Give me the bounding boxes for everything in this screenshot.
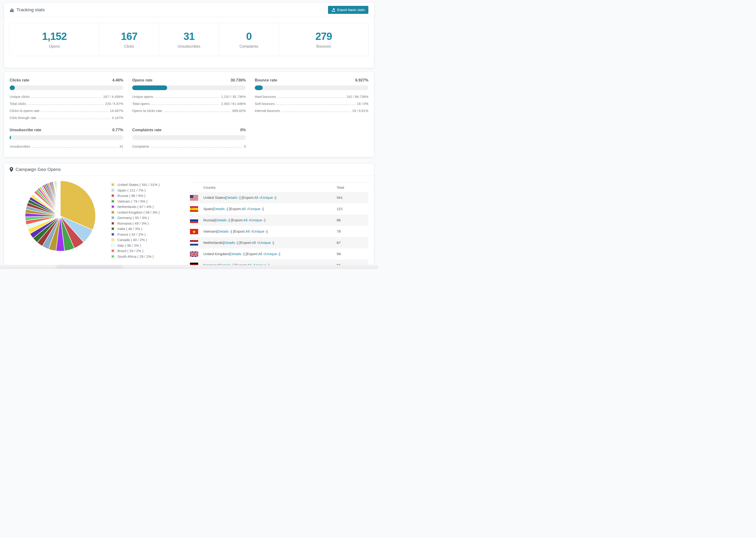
stat-value: 1,152 — [42, 30, 67, 42]
export-all-link[interactable]: All › — [252, 241, 258, 245]
dotted-leader — [155, 97, 220, 98]
geo-content: United States ( 541 / 31% )Spain ( 121 /… — [4, 176, 374, 265]
legend-swatch — [111, 227, 115, 231]
details-link[interactable]: Details › — [218, 229, 231, 234]
rates-card: Clicks rate4.46%Unique clicks167 / 4.456… — [4, 72, 374, 157]
export-all-link[interactable]: All › — [243, 218, 250, 222]
legend-item[interactable]: Italy ( 36 / 2% ) — [111, 243, 183, 247]
total-value: 55 — [337, 263, 368, 265]
legend-item[interactable]: Germany ( 55 / 3% ) — [111, 216, 183, 220]
legend-label: Netherlands ( 67 / 4% ) — [117, 205, 153, 209]
rate-title-row: Complaints rate0% — [132, 128, 246, 132]
legend-label: Canada ( 40 / 2% ) — [117, 238, 147, 242]
country-cell: Vietnam [Details ›] [Export: All › / Uni… — [190, 229, 337, 234]
detail-row: Unique clicks167 / 4.456% — [10, 95, 123, 99]
stat-value: 279 — [315, 30, 332, 42]
dotted-leader — [151, 104, 219, 105]
legend-item[interactable]: France ( 42 / 2% ) — [111, 232, 183, 237]
legend-item[interactable]: Spain ( 121 / 7% ) — [111, 188, 183, 192]
stat-cell-opens: 1,152Opens — [10, 23, 99, 56]
total-value: 79 — [337, 229, 368, 234]
legend-item[interactable]: Netherlands ( 67 / 4% ) — [111, 205, 183, 209]
details-link[interactable]: Details › — [226, 195, 240, 200]
legend-item[interactable]: Brazil ( 33 / 2% ) — [111, 249, 183, 253]
export-all-link[interactable]: All › — [247, 263, 253, 265]
pie-slice[interactable] — [60, 181, 60, 216]
export-unique-link[interactable]: Unique › — [259, 241, 273, 245]
country-name: Russia — [203, 218, 214, 222]
table-row-ru: Russia [Details ›] [Export: All › / Uniq… — [190, 215, 368, 226]
stat-label: Opens — [49, 44, 60, 49]
bracket: ] [ — [233, 263, 236, 265]
legend-item[interactable]: United States ( 541 / 31% ) — [111, 183, 183, 187]
rate-detail-rows: Complaints0 — [132, 144, 246, 148]
legend-label: South Africa ( 29 / 2% ) — [117, 254, 153, 258]
legend-swatch — [111, 238, 115, 242]
export-prefix: Export: — [241, 241, 252, 245]
page-title: Tracking stats — [17, 7, 45, 13]
geo-pie-chart[interactable] — [10, 178, 111, 265]
dotted-leader — [41, 112, 108, 112]
export-basic-stats-button[interactable]: Export basic stats — [328, 6, 368, 14]
export-unique-link[interactable]: Unique › — [266, 252, 279, 256]
stat-label: Unsubscribes — [178, 44, 200, 49]
legend-item[interactable]: India ( 46 / 3% ) — [111, 227, 183, 231]
legend-swatch — [111, 216, 115, 219]
progress-bar — [255, 85, 368, 90]
total-value: 541 — [337, 195, 368, 200]
rate-title: Bounce rate — [255, 78, 277, 82]
rate-title-row: Clicks rate4.46% — [10, 78, 123, 82]
tracking-stats-card: Tracking stats Export basic stats 1,152O… — [4, 2, 374, 68]
legend-swatch — [111, 249, 115, 252]
export-prefix: Export: — [236, 263, 247, 265]
legend-label: Brazil ( 33 / 2% ) — [117, 249, 143, 253]
export-unique-link[interactable]: Unique › — [249, 207, 263, 211]
stat-cell-bounces: 279Bounces — [279, 23, 368, 56]
rate-title: Complaints rate — [132, 128, 162, 132]
legend-swatch — [111, 205, 115, 208]
export-all-link[interactable]: All › — [254, 195, 260, 200]
dotted-leader — [164, 112, 231, 112]
stats-summary-box: 1,152Opens167Clicks31Unsubscribes0Compla… — [9, 23, 369, 56]
rate-title-row: Unsubscribe rate0.77% — [10, 128, 123, 132]
geo-opens-table: CountryTotalUnited States [Details ›] [E… — [190, 178, 368, 265]
legend-item[interactable]: South Africa ( 29 / 2% ) — [111, 254, 183, 258]
details-link[interactable]: Details › — [219, 263, 233, 265]
export-all-link[interactable]: All › — [245, 229, 252, 234]
bracket: ] [ — [237, 241, 241, 245]
tracking-stats-page: Tracking stats Export basic stats 1,152O… — [0, 0, 378, 269]
export-unique-link[interactable]: Unique › — [253, 229, 267, 234]
legend-label: Spain ( 121 / 7% ) — [117, 188, 145, 192]
export-prefix: Export: — [243, 195, 254, 200]
legend-item[interactable]: Vietnam ( 79 / 5% ) — [111, 199, 183, 203]
table-row-gb: United Kingdom [Details ›] [Export: All … — [190, 248, 368, 260]
legend-item[interactable]: United Kingdom ( 59 / 3% ) — [111, 210, 183, 214]
detail-label: Click through rate — [10, 116, 36, 120]
details-link[interactable]: Details › — [214, 207, 227, 211]
export-unique-link[interactable]: Unique › — [254, 263, 268, 265]
progress-fill — [10, 85, 15, 90]
stat-cell-clicks: 167Clicks — [99, 23, 159, 56]
export-unique-link[interactable]: Unique › — [261, 195, 275, 200]
export-all-link[interactable]: All › — [258, 252, 265, 256]
table-row-nl: Netherlands [Details ›] [Export: All › /… — [190, 237, 368, 248]
legend-item[interactable]: Canada ( 40 / 2% ) — [111, 238, 183, 242]
export-unique-link[interactable]: Unique › — [251, 218, 265, 222]
rates-grid: Clicks rate4.46%Unique clicks167 / 4.456… — [10, 78, 368, 148]
country-name: Vietnam — [203, 229, 217, 234]
rate-value: 6.927% — [355, 78, 368, 82]
legend-label: United Kingdom ( 59 / 3% ) — [117, 210, 160, 214]
pie-legend: United States ( 541 / 31% )Spain ( 121 /… — [111, 183, 183, 265]
details-link[interactable]: Details › — [230, 252, 244, 256]
bracket: ] [ — [227, 207, 230, 211]
export-all-link[interactable]: All › — [242, 207, 248, 211]
detail-row: Click through rate4.147% — [10, 116, 123, 120]
export-icon — [332, 8, 335, 12]
table-header-row: CountryTotal — [190, 183, 368, 192]
details-link[interactable]: Details › — [224, 241, 237, 245]
bracket: ] — [266, 229, 267, 234]
legend-item[interactable]: Russia ( 86 / 5% ) — [111, 194, 183, 198]
details-link[interactable]: Details › — [216, 218, 229, 222]
rate-detail-rows: Unique clicks167 / 4.456%Total clicks220… — [10, 95, 123, 120]
legend-item[interactable]: Romania ( 49 / 3% ) — [111, 221, 183, 225]
